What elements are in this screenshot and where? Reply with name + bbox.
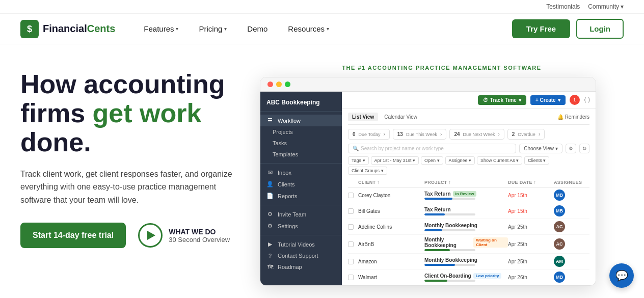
- filter-chip[interactable]: Assignee ▾: [445, 156, 475, 165]
- due-date: Apr 15th: [508, 208, 554, 214]
- table-row[interactable]: Amazon Monthly Bookkeeping Apr 25th AM: [348, 254, 589, 269]
- testimonials-link[interactable]: Testimonials: [546, 3, 580, 10]
- workflow-icon: ☰: [266, 117, 274, 124]
- table-row[interactable]: Bill Gates Tax Return Apr 15th MB: [348, 203, 589, 219]
- progress-bar: [424, 198, 475, 200]
- progress-fill: [424, 249, 450, 251]
- track-time-button[interactable]: ⏱ Track Time ▾: [478, 95, 526, 105]
- nav-features[interactable]: Features ▾: [136, 20, 186, 37]
- tutorial-icon: ▶: [266, 241, 274, 248]
- hero-title: How accounting firms get work done.: [20, 70, 239, 157]
- try-free-button[interactable]: Try Free: [512, 19, 570, 38]
- table-row[interactable]: AirBnB Monthly Bookkeeping Waiting on Cl…: [348, 235, 589, 254]
- hero-right: THE #1 ACCOUNTING PRACTICE MANAGEMENT SO…: [260, 65, 624, 286]
- nav-demo[interactable]: Demo: [239, 20, 276, 37]
- hero-description: Track client work, get client responses …: [20, 168, 234, 207]
- table-row[interactable]: Corey Clayton Tax Return In Review Apr 1…: [348, 187, 589, 203]
- play-triangle-icon: [147, 231, 155, 240]
- window-titlebar: [260, 77, 596, 92]
- project-search[interactable]: 🔍 Search by project name or work type: [348, 144, 516, 153]
- sidebar-item-contact-support[interactable]: ? Contact Support: [260, 250, 342, 261]
- due-date: Apr 25th: [508, 241, 554, 247]
- choose-view-chevron-icon: ▾: [555, 146, 558, 151]
- table-row[interactable]: Walmart Client On-Boarding Low priority …: [348, 269, 589, 285]
- community-menu[interactable]: Community ▾: [588, 3, 624, 10]
- roadmap-icon: 🗺: [266, 264, 274, 270]
- row-checkbox[interactable]: [348, 193, 354, 198]
- sidebar-item-invite-team[interactable]: ⚙ Invite Team: [260, 208, 342, 220]
- choose-view-dropdown[interactable]: Choose View ▾: [519, 144, 562, 153]
- window-close-dot: [267, 82, 273, 87]
- progress-fill: [424, 213, 445, 215]
- client-name: Amazon: [358, 259, 424, 264]
- login-button[interactable]: Login: [576, 19, 624, 39]
- row-checkbox[interactable]: [348, 259, 354, 264]
- app-topbar: ⏱ Track Time ▾ + Create ▾ 1 ⟨ ⟩: [342, 92, 596, 109]
- logo-icon: $: [20, 20, 39, 38]
- progress-fill: [424, 229, 442, 231]
- nav-links: Features ▾ Pricing ▾ Demo Resources ▾: [136, 20, 512, 37]
- sidebar-item-reports[interactable]: 📄 Reports: [260, 190, 342, 202]
- project-col: Monthly Bookkeeping Waiting on Client: [424, 237, 508, 251]
- sidebar-item-clients[interactable]: 👤 Clients: [260, 178, 342, 190]
- filter-chip[interactable]: Client Groups ▾: [348, 167, 387, 175]
- support-icon: ?: [266, 253, 274, 259]
- hero-left: How accounting firms get work done. Trac…: [20, 65, 239, 248]
- row-checkbox[interactable]: [348, 208, 354, 214]
- assignee-avatar: MB: [554, 205, 589, 216]
- notification-badge[interactable]: 1: [570, 95, 580, 105]
- bell-icon: 🔔: [557, 114, 564, 120]
- play-button-icon[interactable]: [138, 223, 163, 248]
- app-body: ABC Bookkeeping ☰ Workflow Projects Task…: [260, 92, 596, 285]
- assignee-avatar: MB: [554, 272, 589, 283]
- row-checkbox[interactable]: [348, 275, 354, 280]
- table-header: CLIENT ↑ PROJECT ↑ DUE DATE ↑ ASSIGNEES: [348, 178, 589, 187]
- create-button[interactable]: + Create ▾: [530, 95, 566, 105]
- progress-bar: [424, 213, 475, 215]
- refresh-button[interactable]: ↻: [579, 144, 589, 153]
- client-name: Walmart: [358, 275, 424, 280]
- progress-bar: [424, 249, 475, 251]
- tab-list-view[interactable]: List View: [348, 113, 378, 121]
- due-date: Apr 25th: [508, 224, 554, 230]
- nav-pricing[interactable]: Pricing ▾: [191, 20, 235, 37]
- stat-box: 0Due Today›: [348, 129, 390, 140]
- filter-chip[interactable]: Open ▾: [421, 156, 443, 165]
- table-row[interactable]: Adeline Collins Monthly Bookkeeping Apr …: [348, 219, 589, 235]
- chat-button[interactable]: 💬: [609, 263, 634, 288]
- filter-chip[interactable]: Show Current As ▾: [477, 156, 522, 165]
- top-bar: Testimonials Community ▾: [0, 0, 644, 14]
- hero-actions: Start 14-day free trial WHAT WE DO 30 Se…: [20, 223, 239, 248]
- start-trial-button[interactable]: Start 14-day free trial: [20, 223, 126, 248]
- stat-box: 2Overdue›: [507, 129, 545, 140]
- nav-arrows-icon: ⟨ ⟩: [584, 96, 591, 103]
- video-cta-link[interactable]: WHAT WE DO 30 Second Overview: [138, 223, 230, 248]
- main-nav: $ FinancialCents Features ▾ Pricing ▾ De…: [0, 14, 644, 44]
- sidebar-item-tasks[interactable]: Tasks: [260, 138, 342, 149]
- search-filter-row: 🔍 Search by project name or work type Ch…: [348, 144, 589, 153]
- row-checkbox[interactable]: [348, 241, 354, 247]
- sidebar-item-settings[interactable]: ⚙ Settings: [260, 220, 342, 232]
- filter-chip[interactable]: Tags ▾: [348, 156, 369, 165]
- filter-chip[interactable]: Clients ▾: [524, 156, 549, 165]
- reports-icon: 📄: [266, 193, 274, 199]
- col-due-date: DUE DATE ↑: [508, 180, 554, 185]
- client-name: Bill Gates: [358, 208, 424, 214]
- sidebar-item-inbox[interactable]: ✉ Inbox: [260, 167, 342, 178]
- video-text: WHAT WE DO 30 Second Overview: [169, 228, 230, 243]
- sidebar-item-tutorial[interactable]: ▶ Tutorial Videos: [260, 238, 342, 250]
- sidebar-item-projects[interactable]: Projects: [260, 126, 342, 138]
- logo[interactable]: $ FinancialCents: [20, 20, 115, 38]
- nav-resources[interactable]: Resources ▾: [280, 20, 337, 37]
- sidebar-item-roadmap[interactable]: 🗺 Roadmap: [260, 261, 342, 273]
- tab-calendar-view[interactable]: Calendar View: [380, 113, 421, 121]
- row-checkbox[interactable]: [348, 224, 354, 230]
- filter-chip[interactable]: Apr 1st - May 31st ▾: [371, 156, 419, 165]
- sidebar-item-templates[interactable]: Templates: [260, 149, 342, 160]
- sidebar-item-workflow[interactable]: ☰ Workflow: [260, 115, 342, 126]
- inbox-icon: ✉: [266, 169, 274, 176]
- settings-view-button[interactable]: ⚙: [566, 144, 576, 153]
- reminders-button[interactable]: 🔔 Reminders: [557, 114, 589, 120]
- view-tabs: List View Calendar View 🔔 Reminders: [348, 113, 589, 125]
- progress-fill: [424, 280, 447, 282]
